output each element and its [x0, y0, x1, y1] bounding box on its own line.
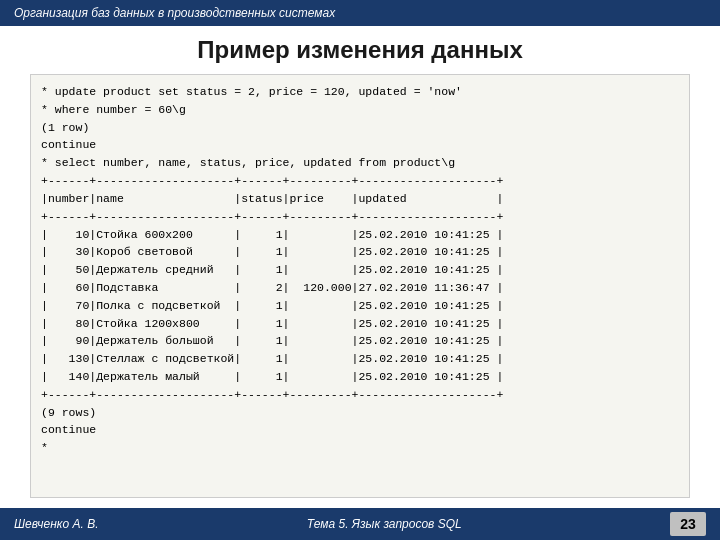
main-content: Пример изменения данных * update product… — [0, 26, 720, 508]
footer-page: 23 — [670, 512, 706, 536]
footer-bar: Шевченко А. В. Тема 5. Язык запросов SQL… — [0, 508, 720, 540]
footer-author: Шевченко А. В. — [14, 517, 98, 531]
slide: Организация баз данных в производственны… — [0, 0, 720, 540]
header-text: Организация баз данных в производственны… — [14, 6, 335, 20]
slide-title: Пример изменения данных — [30, 36, 690, 64]
header-bar: Организация баз данных в производственны… — [0, 0, 720, 26]
code-block: * update product set status = 2, price =… — [30, 74, 690, 498]
footer-topic: Тема 5. Язык запросов SQL — [307, 517, 462, 531]
